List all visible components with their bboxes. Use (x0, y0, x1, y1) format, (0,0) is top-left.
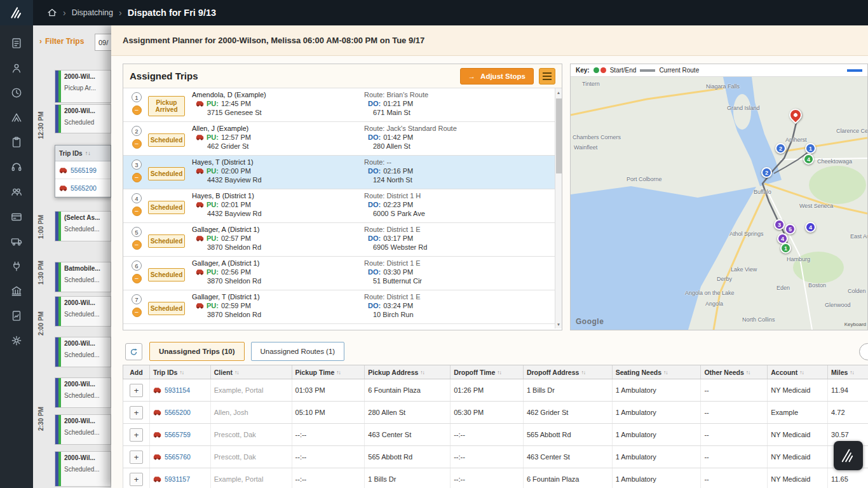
assigned-trip-row[interactable]: 5 − Scheduled Gallager, A (District 1) P… (123, 223, 562, 257)
map-place-label: Athol Springs (729, 231, 764, 237)
trip-id-link[interactable]: 5565200 (71, 184, 97, 192)
map-stop-marker[interactable]: 4 (803, 154, 814, 165)
tasks-icon[interactable] (9, 36, 24, 51)
scroll-up-icon[interactable]: ▲ (555, 88, 562, 97)
map-stop-marker[interactable]: 2 (775, 143, 786, 154)
map-stop-marker[interactable]: 1 (805, 143, 816, 154)
trip-card[interactable]: 2000-Wil... Pickup Ar... (55, 70, 111, 103)
column-header-trip-ids[interactable]: Trip IDs↑↓ (150, 365, 211, 379)
collapse-panel-button[interactable] (859, 343, 868, 360)
trip-card[interactable]: (Select As... Scheduled... (55, 211, 111, 241)
map-stop-marker[interactable]: 1 (780, 243, 791, 254)
add-trip-button[interactable]: + (130, 451, 143, 464)
trip-id-link[interactable]: 5931157 (165, 475, 190, 483)
assigned-trip-row[interactable]: 7 − Scheduled Gallager, T (District 1) P… (123, 290, 562, 324)
unassigned-tab[interactable]: Unassigned Routes (1) (251, 342, 345, 361)
dropoff-address-cell: 1 Bills Dr (524, 379, 613, 401)
dropoff-time: 03:30 PM (383, 268, 413, 276)
reports-icon[interactable] (9, 308, 24, 323)
pickup-time-cell: --:-- (292, 446, 365, 468)
remove-trip-button[interactable]: − (132, 105, 142, 115)
sort-icon: ↑↓ (420, 369, 424, 376)
column-header-pickup-time[interactable]: Pickup Time↑↓ (292, 365, 365, 379)
assigned-trip-row[interactable]: 1 − Pickup Arrived Amendola, D (Example)… (123, 88, 562, 122)
remove-trip-button[interactable]: − (132, 139, 142, 149)
column-header-seating-needs[interactable]: Seating Needs↑↓ (613, 365, 702, 379)
add-trip-button[interactable]: + (130, 428, 143, 442)
trip-id-link[interactable]: 5565199 (71, 166, 97, 174)
remove-trip-button[interactable]: − (132, 308, 142, 317)
billing-icon[interactable] (9, 209, 24, 224)
list-menu-button[interactable] (539, 68, 555, 85)
support-icon[interactable] (9, 159, 24, 175)
trip-card[interactable]: 2000-Wil... Scheduled... (55, 451, 111, 487)
map-stop-marker[interactable]: 5 (785, 224, 796, 234)
trip-card[interactable]: Batmobile... Scheduled... (55, 262, 111, 292)
trip-card[interactable]: 2000-Wil... Scheduled (55, 104, 111, 133)
pickup-time: 12:45 PM (221, 100, 251, 107)
remove-trip-button[interactable]: − (132, 173, 142, 182)
seating-needs-cell: 1 Ambulatory (613, 468, 702, 488)
pickup-address-cell: 6 Fountain Plaza (365, 379, 451, 401)
add-trip-button[interactable]: + (130, 473, 143, 486)
add-trip-button[interactable]: + (130, 406, 143, 419)
assigned-trip-row[interactable]: 6 − Scheduled Gallager, A (District 1) P… (123, 257, 562, 290)
column-header-dropoff-address[interactable]: Dropoff Address↑↓ (524, 365, 613, 379)
clipboard-icon[interactable] (9, 135, 24, 150)
pickup-address: 462 Grider St (192, 142, 364, 150)
routes-icon[interactable] (9, 110, 24, 125)
map-place-label: Angola on the Lake (685, 290, 735, 296)
map-stop-marker[interactable]: 2 (761, 167, 772, 178)
column-header-account[interactable]: Account↑↓ (768, 365, 828, 379)
breadcrumb-dispatching[interactable]: Dispatching (72, 8, 113, 17)
assigned-trip-row[interactable]: 3 − Scheduled Hayes, T (District 1) PU: … (123, 156, 562, 189)
filter-trips-toggle[interactable]: › Filter Trips (39, 37, 84, 46)
trip-id-link[interactable]: 5565759 (165, 431, 191, 438)
trip-card[interactable]: 2000-Wil... Scheduled... (55, 296, 111, 327)
devices-icon[interactable] (9, 259, 24, 274)
clock-icon[interactable] (9, 85, 24, 100)
trip-id-item[interactable]: 5565199 (55, 161, 111, 179)
remove-trip-button[interactable]: − (132, 274, 142, 283)
pickup-time: 02:56 PM (221, 268, 251, 276)
organization-icon[interactable] (9, 283, 24, 299)
scrollbar-thumb[interactable] (556, 98, 562, 173)
assigned-trip-row[interactable]: 4 − Scheduled Hayes, B (District 1) PU: … (123, 189, 562, 223)
keyboard-shortcuts-note[interactable]: Keyboard (844, 322, 866, 327)
map-stop-marker[interactable]: 3 (774, 219, 785, 230)
column-header-miles[interactable]: Miles↑↓ (828, 365, 868, 379)
dropoff-address: 671 Main St (364, 109, 552, 116)
column-header-dropoff-time[interactable]: Dropoff Time↑↓ (451, 365, 524, 379)
trip-id-item[interactable]: 5565200 (55, 179, 111, 197)
date-input[interactable]: 09/ (95, 34, 111, 51)
scroll-down-icon[interactable]: ▼ (555, 320, 562, 329)
remove-trip-button[interactable]: − (132, 207, 142, 216)
add-trip-button[interactable]: + (130, 384, 143, 397)
column-header-pickup-address[interactable]: Pickup Address↑↓ (365, 365, 451, 379)
scrollbar[interactable]: ▲ ▼ (555, 88, 562, 329)
remove-trip-button[interactable]: − (132, 240, 142, 250)
dropoff-address: 6905 Webster Rd (364, 243, 552, 251)
profile-icon[interactable] (9, 60, 24, 76)
map-stop-marker[interactable]: 4 (805, 222, 816, 233)
trip-id-link[interactable]: 5565200 (165, 409, 191, 416)
trip-card[interactable]: 2000-Wil... Scheduled... (55, 414, 111, 445)
trip-id-link[interactable]: 5931154 (165, 386, 190, 394)
trip-card[interactable]: 2000-Wil... Scheduled... (55, 337, 111, 367)
refresh-button[interactable] (125, 343, 142, 360)
customers-icon[interactable] (9, 184, 24, 200)
vehicles-icon[interactable] (9, 234, 24, 249)
trip-card[interactable]: 2000-Wil... Scheduled... (55, 377, 111, 408)
settings-icon[interactable] (9, 333, 24, 348)
column-header-other-needs[interactable]: Other Needs↑↓ (701, 365, 768, 379)
app-logo[interactable] (0, 0, 33, 25)
assigned-trips-list: 1 − Pickup Arrived Amendola, D (Example)… (123, 88, 562, 329)
home-icon[interactable] (47, 8, 57, 18)
trip-id-link[interactable]: 5565760 (165, 453, 191, 461)
adjust-stops-button[interactable]: → Adjust Stops (460, 68, 534, 85)
column-header-client[interactable]: Client↑↓ (211, 365, 292, 379)
trip-ids-header[interactable]: Trip IDs ↑↓ (55, 146, 111, 161)
unassigned-tab[interactable]: Unassigned Trips (10) (149, 342, 245, 361)
assigned-trip-row[interactable]: 2 − Scheduled Allen, J (Example) PU: 12:… (123, 122, 562, 156)
map-canvas[interactable]: Tintern Niagara Falls Grand Island Chamb… (571, 77, 867, 330)
